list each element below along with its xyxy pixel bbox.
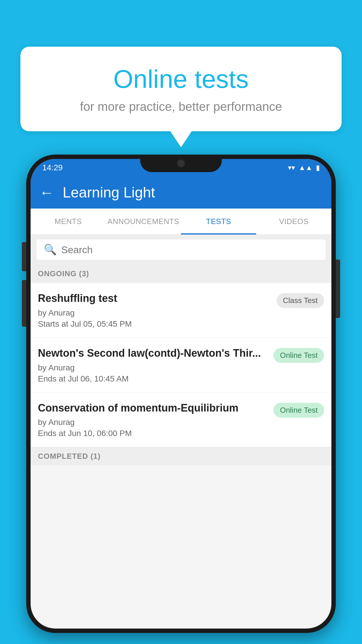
test-date-reshuffling: Starts at Jul 05, 05:45 PM [38,319,271,329]
search-container: 🔍 [31,235,331,265]
search-box: 🔍 [36,239,326,260]
test-info-newtons: Newton's Second law(contd)-Newton's Thir… [38,346,268,384]
search-icon: 🔍 [44,244,57,256]
app-title: Learning Light [63,184,155,201]
status-time: 14:29 [42,163,63,172]
test-item-reshuffling[interactable]: Reshuffling test by Anurag Starts at Jul… [31,283,331,338]
volume-up-button [22,242,26,271]
test-author-conservation: by Anurag [38,418,268,427]
ongoing-section-header: ONGOING (3) [31,265,331,283]
speech-bubble: Online tests for more practice, better p… [20,47,342,131]
test-badge-conservation: Online Test [273,403,324,418]
test-author-reshuffling: by Anurag [38,308,271,318]
signal-icon: ▲▲ [298,164,312,172]
status-icons: ▾▾ ▲▲ ▮ [288,164,320,172]
phone-frame: 14:29 ▾▾ ▲▲ ▮ ← Learning Light MENTS ANN… [26,155,336,633]
battery-icon: ▮ [316,164,320,172]
test-info-conservation: Conservation of momentum-Equilibrium by … [38,401,268,438]
test-list: Reshuffling test by Anurag Starts at Jul… [31,283,331,447]
test-item-conservation[interactable]: Conservation of momentum-Equilibrium by … [31,393,331,447]
test-date-conservation: Ends at Jun 10, 06:00 PM [38,429,268,438]
tab-tests[interactable]: TESTS [181,209,256,235]
tab-ments[interactable]: MENTS [31,209,106,235]
tab-bar: MENTS ANNOUNCEMENTS TESTS VIDEOS [31,209,331,235]
test-badge-newtons: Online Test [273,348,324,363]
test-name-conservation: Conservation of momentum-Equilibrium [38,401,268,415]
volume-down-button [22,280,26,327]
tab-videos[interactable]: VIDEOS [256,209,331,235]
tab-announcements[interactable]: ANNOUNCEMENTS [106,209,181,235]
test-info-reshuffling: Reshuffling test by Anurag Starts at Jul… [38,292,271,329]
test-badge-reshuffling: Class Test [277,293,324,308]
test-date-newtons: Ends at Jul 06, 10:45 AM [38,374,268,384]
wifi-icon: ▾▾ [288,164,295,172]
phone-notch [140,155,222,172]
search-input[interactable] [61,244,318,256]
completed-section-header: COMPLETED (1) [31,447,331,466]
test-item-newtons[interactable]: Newton's Second law(contd)-Newton's Thir… [31,338,331,393]
app-bar: ← Learning Light [31,176,331,209]
phone-container: 14:29 ▾▾ ▲▲ ▮ ← Learning Light MENTS ANN… [26,155,336,644]
test-name-newtons: Newton's Second law(contd)-Newton's Thir… [38,346,268,360]
back-button[interactable]: ← [39,184,54,201]
bubble-title: Online tests [41,64,321,94]
power-button [336,260,340,318]
test-name-reshuffling: Reshuffling test [38,292,271,305]
bubble-subtitle: for more practice, better performance [41,100,321,114]
front-camera [177,159,185,168]
phone-screen: 14:29 ▾▾ ▲▲ ▮ ← Learning Light MENTS ANN… [31,159,331,629]
test-author-newtons: by Anurag [38,363,268,372]
